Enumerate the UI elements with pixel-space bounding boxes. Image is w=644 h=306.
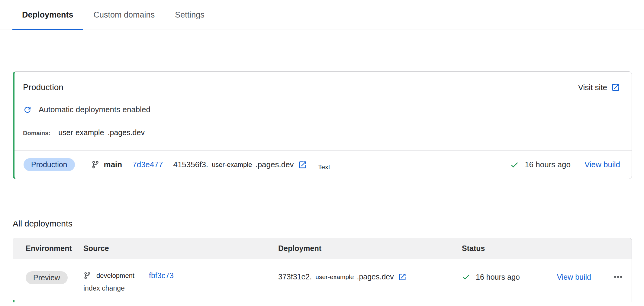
check-icon	[462, 273, 470, 281]
deployment-domain: user-example	[212, 161, 252, 169]
external-link-icon	[398, 273, 407, 281]
table-header-row: Environment Source Deployment Status	[13, 238, 632, 259]
tab-custom-domains-label: Custom domains	[94, 10, 155, 20]
row-menu-ellipsis-icon[interactable]	[613, 272, 623, 282]
deployment-domain-suffix: .pages.dev	[357, 272, 394, 281]
all-deployments-heading: All deployments	[13, 219, 644, 229]
commit-hash-link[interactable]: 7d3e477	[132, 160, 163, 169]
column-header-source: Source	[83, 244, 278, 253]
visit-site-link[interactable]: Visit site	[578, 83, 620, 92]
deployment-domain: user-example	[315, 273, 354, 281]
deployment-note: Text	[318, 163, 330, 171]
git-branch-icon	[91, 161, 99, 169]
commit-hash-link[interactable]: fbf3c73	[149, 271, 174, 280]
production-deployment-row: Production main 7d3e477 415356f3. user-e…	[14, 150, 632, 179]
next-row-partial	[13, 300, 632, 302]
tab-bar: Deployments Custom domains Settings	[0, 0, 644, 30]
branch-name: development	[96, 272, 134, 280]
refresh-icon	[23, 105, 32, 114]
tab-settings-label: Settings	[175, 10, 204, 20]
branch-name: main	[104, 160, 122, 169]
tab-settings[interactable]: Settings	[165, 0, 214, 30]
domain-suffix: .pages.dev	[108, 128, 145, 137]
table-row: Preview development fbf3c73 index change…	[13, 259, 632, 300]
column-header-status: Status	[462, 244, 632, 253]
commit-message: index change	[83, 284, 278, 292]
git-branch-icon	[83, 272, 91, 279]
auto-deployments-text: Automatic deployments enabled	[39, 105, 150, 114]
view-build-link[interactable]: View build	[557, 273, 591, 282]
deployment-time: 16 hours ago	[525, 160, 571, 169]
environment-badge-preview: Preview	[26, 271, 68, 284]
column-header-deployment: Deployment	[278, 244, 462, 253]
external-link-icon	[611, 83, 620, 92]
production-card-title: Production	[23, 83, 63, 92]
deployments-page: Deployments Custom domains Settings Prod…	[0, 0, 644, 306]
deployment-url-link[interactable]: 415356f3. user-example .pages.dev	[173, 160, 307, 169]
deployment-id: 373f31e2.	[278, 272, 312, 281]
deployment-domain-suffix: .pages.dev	[255, 160, 294, 169]
tab-custom-domains[interactable]: Custom domains	[84, 0, 165, 30]
domain-name: user-example	[58, 128, 104, 137]
view-build-link[interactable]: View build	[584, 160, 620, 169]
domains-label: Domains:	[23, 130, 50, 137]
column-header-environment: Environment	[13, 244, 83, 253]
deployment-time: 16 hours ago	[476, 273, 520, 282]
tab-deployments[interactable]: Deployments	[12, 0, 83, 30]
production-card: Production Visit site Automatic deployme…	[13, 71, 632, 179]
visit-site-label: Visit site	[578, 83, 607, 92]
deployment-id: 415356f3.	[173, 160, 208, 169]
external-link-icon	[298, 160, 307, 169]
production-card-info: Production Visit site Automatic deployme…	[14, 72, 632, 150]
environment-badge-production: Production	[24, 158, 75, 171]
tab-deployments-label: Deployments	[22, 10, 73, 20]
check-icon	[510, 160, 519, 169]
deployment-url-link[interactable]: 373f31e2. user-example .pages.dev	[278, 272, 462, 281]
deployments-table: Environment Source Deployment Status Pre…	[13, 238, 632, 300]
